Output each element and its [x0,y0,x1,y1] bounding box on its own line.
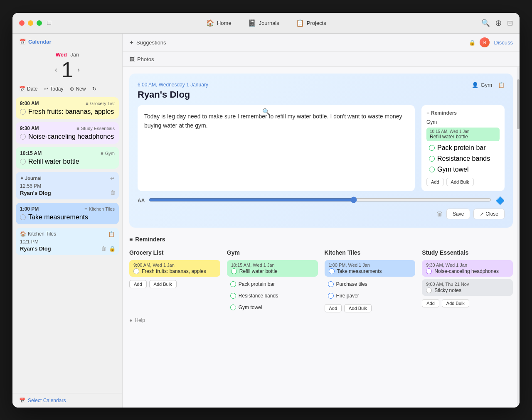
discuss-label: Discuss [494,39,513,46]
nav-projects[interactable]: 📋 Projects [293,17,330,29]
kitchen-task-tiles: Purchase tiles [325,279,416,289]
entry-checkbox-gym[interactable] [20,159,26,165]
lock-icon-kitchen2[interactable]: 🔒 [109,246,116,252]
list-icon-kitchen1: ≡ [84,206,87,211]
study-add-bulk-btn[interactable]: Add Bulk [442,299,469,307]
kitchen-check[interactable] [329,268,335,274]
grocery-event-card: 9:00 AM, Wed 1 Jan Fresh fruits: bananas… [129,260,220,277]
entry-kitchen1[interactable]: 1:00 PM ≡ Kitchen Tiles Take measurement… [16,203,119,224]
grocery-add-btn[interactable]: Add [129,280,147,288]
gym-event-card: 10:15 AM, Wed 1 Jan Refill water bottle [227,260,318,277]
font-size-slider[interactable] [149,196,491,203]
reminder-active-text: Refill water bottle [430,134,496,140]
maximize-button[interactable] [37,20,42,26]
save-btn[interactable]: Save [446,209,470,219]
journal-body-text: Today is leg day need to make sure I rem… [144,113,402,129]
list-icon: ≡ [86,101,88,106]
study-check2[interactable] [426,287,432,293]
photos-label: Photos [137,56,154,62]
gym-check[interactable] [231,268,237,274]
gym-check-towel[interactable] [230,305,236,310]
date-btn-label: Date [27,86,37,92]
entry-checkbox-grocery[interactable] [20,109,26,115]
gym-protein-label: Pack protein bar [239,281,275,287]
grocery-check[interactable] [133,268,139,274]
date-btn[interactable]: 📅 Date [17,85,40,93]
check-pack-protein[interactable] [429,145,435,151]
study-event-text2: Sticky notes [434,287,461,293]
scrollbar-track[interactable] [517,67,520,408]
reminder-time: 10:15 AM, Wed 1 Jan [430,129,496,134]
kitchen-add-bulk-btn[interactable]: Add Bulk [344,304,372,312]
journal-text[interactable]: Today is leg day need to make sure I rem… [138,105,415,191]
entry-kitchen2[interactable]: 🏠 Kitchen Tiles 📋 1:21 PM Ryan's Dlog 🗑 … [16,228,119,255]
grocery-add-bulk-btn[interactable]: Add Bulk [149,280,177,288]
gym-event-time: 10:15 AM, Wed 1 Jan [231,263,314,268]
kitchen-check-paver[interactable] [328,293,334,299]
trash-icon-journal[interactable]: 🗑 [110,189,116,196]
study-check1[interactable] [426,268,432,274]
entry-journal[interactable]: ✦ Journal ↩ 12:56 PM Ryan's Dlog 🗑 [16,172,119,199]
reminders-icon: ≡ [426,110,429,116]
nav-journals[interactable]: 📓 Journals [245,17,283,29]
delete-icon-btn[interactable]: 🗑 [436,210,443,218]
color-picker-icon[interactable]: 🔷 [495,196,505,205]
entry-gym[interactable]: 10:15 AM ≡ Gym Refill water bottle [16,147,119,169]
gym-towel-label2: Gym towel [239,305,262,310]
kitchen-check-tiles[interactable] [328,281,334,287]
kitchen-event-text: Take measurements [337,268,382,274]
search-icon[interactable]: 🔍 [481,19,490,27]
scrollbar-thumb [517,79,520,129]
main-content: 6.00 AM, Wednesday 1 January Ryan's Dlog… [123,67,520,408]
gym-check-protein[interactable] [230,281,236,287]
gym-check-resistance[interactable] [230,293,236,299]
reminder-active-item: 10:15 AM, Wed 1 Jan Refill water bottle [426,128,500,141]
add-icon[interactable]: ⊕ [495,18,502,28]
study-add-row: Add Add Bulk [422,299,513,307]
close-icon: ↗ [480,211,484,217]
entry-task-kitchen1: Take measurements [28,214,88,221]
today-btn[interactable]: ↩ Today [42,85,66,93]
cal-prev-btn[interactable]: ‹ [55,66,57,74]
study-add-btn[interactable]: Add [422,299,439,307]
reminders-panel-title: ≡ Reminders [426,110,500,116]
sidebar-toggle-icon[interactable]: □ [47,19,51,27]
today-icon: ↩ [44,86,48,92]
help-icon: ● [129,317,132,323]
entry-grocery[interactable]: 9:00 AM ≡ Grocery List Fresh fruits: ban… [16,97,119,119]
refresh-icon: ↻ [92,86,96,92]
reminder-add-btn[interactable]: Add [426,178,444,186]
select-calendars-btn[interactable]: 📅 Select Calendars [19,398,116,403]
entry-checkbox-study[interactable] [20,134,26,140]
reminder-resistance: Resistance bands [426,154,500,164]
entry-checkbox-kitchen1[interactable] [20,214,26,220]
col-study: Study Essentials 9:30 AM, Wed 1 Jan Nois… [422,249,513,314]
minimize-button[interactable] [28,20,33,26]
trash-icon-kitchen2[interactable]: 🗑 [101,246,106,252]
new-btn[interactable]: ⊕ New [67,85,88,93]
entry-study[interactable]: 9:30 AM ≡ Study Essentials Noise-canceli… [16,122,119,144]
entry-cat-kitchen2: 🏠 Kitchen Tiles [20,231,56,237]
topbar-right: 🔒 R Discuss [469,37,513,47]
cal-day-name: Wed [56,52,67,58]
close-btn-label: Close [485,211,498,217]
journal-date: 6.00 AM, Wednesday 1 January [138,82,208,88]
suggestions-label: Suggestions [136,39,166,46]
gym-task-protein: Pack protein bar [227,279,318,289]
entry-time-grocery: 9:00 AM [20,101,39,106]
layout-icon[interactable]: ⊡ [507,19,513,27]
reminder-add-bulk-btn[interactable]: Add Bulk [446,178,474,186]
check-gym-towel[interactable] [429,167,435,172]
reminder-group-label: Gym [426,119,500,125]
cal-month: Jan [70,52,79,58]
nav-home[interactable]: 🏠 Home [203,17,235,29]
close-btn[interactable]: ↗ Close [473,209,505,219]
kitchen-add-btn[interactable]: Add [325,304,342,312]
close-button[interactable] [19,20,25,26]
cal-next-btn[interactable]: › [77,66,79,74]
discuss-btn[interactable]: Discuss [494,39,513,46]
check-resistance[interactable] [429,156,435,162]
entry-cat-kitchen1: ≡ Kitchen Tiles [84,206,115,211]
photos-bar: 🖼 Photos [123,52,520,67]
refresh-btn[interactable]: ↻ [90,85,99,93]
